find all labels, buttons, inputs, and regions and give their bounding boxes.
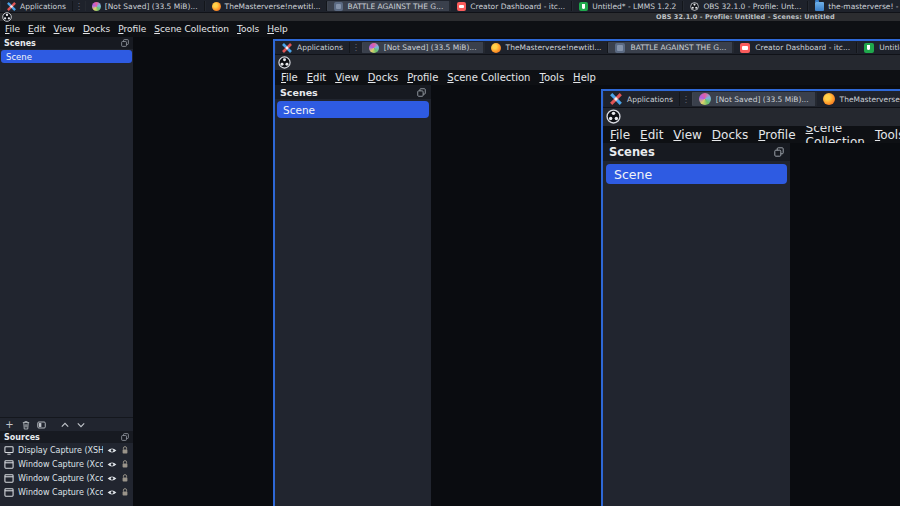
- sources-list[interactable]: Display Capture (XSHM) Window Capture (X…: [0, 443, 133, 506]
- taskbar-item-label: Untitled* - LMMS 1.2.2: [879, 43, 900, 52]
- taskbar-item-battle[interactable]: BATTLE AGAINST THE G...: [327, 1, 450, 11]
- nested2-menu-edit: Edit: [640, 128, 663, 142]
- eye-visible-icon[interactable]: [107, 489, 117, 496]
- dock-popout-icon: [774, 147, 784, 157]
- eye-visible-icon[interactable]: [107, 475, 117, 482]
- preview-nested-capture-2[interactable]: Applications ⋮ [Not Saved] (33.5 MiB)...…: [601, 89, 900, 506]
- scenes-dock-title: Scenes: [4, 39, 36, 48]
- game-window-icon: [334, 2, 343, 11]
- taskbar-item-label: BATTLE AGAINST THE G...: [630, 43, 726, 52]
- taskbar-item-label: BATTLE AGAINST THE G...: [347, 2, 443, 11]
- scenes-dock-header: Scenes: [0, 37, 133, 49]
- nested1-taskbar-item-creator-dashboard: Creator Dashboard - itc...: [733, 42, 857, 53]
- move-scene-down-button[interactable]: [75, 419, 86, 430]
- scenes-dock-title: Scenes: [609, 145, 655, 159]
- remove-scene-button[interactable]: [20, 419, 31, 430]
- lock-icon[interactable]: [121, 459, 129, 469]
- taskbar-item-label: TheMasterverse!newtitl...: [840, 95, 900, 104]
- desktop-taskbar: Applications ⋮ [Not Saved] (33.5 MiB)...…: [0, 0, 900, 13]
- menu-tools[interactable]: Tools: [237, 24, 259, 34]
- window-title: OBS 32.1.0 - Profile: Untitled - Scenes:…: [656, 13, 835, 21]
- scene-item-label: Scene: [614, 167, 652, 182]
- firefox-icon: [491, 43, 501, 53]
- nested1-menu-profile: Profile: [407, 72, 438, 83]
- itch-io-icon: [457, 2, 466, 11]
- nested1-titlebar: [275, 55, 900, 70]
- taskbar-item-file-manager[interactable]: the-masterverse! - Thu...: [808, 1, 900, 11]
- lock-icon[interactable]: [121, 445, 129, 455]
- applications-grid-icon: [7, 2, 16, 11]
- taskbar-item-obs[interactable]: OBS 32.1.0 - Profile: Unt...: [683, 1, 808, 11]
- left-dock-column: Scenes Scene +: [0, 37, 133, 506]
- nested1-scenes-dock-header: Scenes: [275, 85, 431, 99]
- window-capture-icon: [4, 488, 14, 497]
- scenes-dock: Scenes Scene +: [0, 37, 133, 431]
- nested2-taskbar-item-not-saved: [Not Saved] (33.5 MiB)...: [692, 92, 816, 106]
- applications-grid-icon: [610, 93, 622, 105]
- lock-icon[interactable]: [121, 473, 129, 483]
- nested2-scenes-dock-header: Scenes: [603, 143, 790, 161]
- taskbar-item-label: TheMasterverse!newtitl...: [225, 2, 321, 11]
- source-row-window-capture[interactable]: Window Capture (Xcomposite): [0, 471, 133, 485]
- scene-filters-button[interactable]: [36, 419, 47, 430]
- scene-item-selected[interactable]: Scene: [1, 50, 132, 63]
- menu-scene-collection[interactable]: Scene Collection: [154, 24, 229, 34]
- dock-popout-icon[interactable]: [121, 433, 129, 441]
- add-scene-button[interactable]: +: [4, 419, 15, 430]
- taskbar-item-lmms[interactable]: Untitled* - LMMS 1.2.2: [572, 1, 683, 11]
- nested1-menu-scene-collection: Scene Collection: [447, 72, 530, 83]
- menu-view[interactable]: View: [54, 24, 75, 34]
- taskbar-item-label: Applications: [297, 43, 343, 52]
- source-label: Window Capture (Xcomposite): [18, 474, 103, 483]
- taskbar-grip-handle: ⋮: [350, 41, 362, 54]
- nested2-menu-file: File: [610, 128, 630, 142]
- nested1-taskbar: Applications ⋮ [Not Saved] (33.5 MiB)...…: [275, 41, 900, 55]
- taskbar-item-label: [Not Saved] (33.5 MiB)...: [384, 43, 477, 52]
- nested1-menu-file: File: [281, 72, 298, 83]
- menu-help[interactable]: Help: [267, 24, 288, 34]
- nested2-taskbar-item-applications: Applications: [603, 92, 680, 106]
- dock-popout-icon[interactable]: [121, 39, 129, 47]
- scenes-toolbar: +: [0, 417, 133, 431]
- menu-bar: File Edit View Docks Profile Scene Colle…: [0, 21, 900, 37]
- display-capture-icon: [4, 446, 14, 455]
- taskbar-item-applications[interactable]: Applications: [0, 1, 73, 11]
- nested2-menu-docks: Docks: [712, 128, 748, 142]
- taskbar-item-label: TheMasterverse!newtitl...: [506, 43, 602, 52]
- firefox-icon: [212, 2, 221, 11]
- nested2-menu-tools: Tools: [875, 128, 900, 142]
- source-row-window-capture[interactable]: Window Capture (Xcomposite): [0, 485, 133, 499]
- source-row-window-capture[interactable]: Window Capture (Xcomposite): [0, 457, 133, 471]
- lock-icon[interactable]: [121, 487, 129, 497]
- dock-popout-icon: [417, 88, 426, 97]
- eye-visible-icon[interactable]: [107, 447, 117, 454]
- color-wheel-icon: [92, 2, 101, 11]
- window-capture-icon: [4, 460, 14, 469]
- taskbar-grip-handle[interactable]: ⋮: [73, 0, 85, 12]
- color-wheel-icon: [369, 43, 379, 53]
- source-label: Window Capture (Xcomposite): [18, 460, 103, 469]
- nested1-taskbar-item-battle: BATTLE AGAINST THE G...: [608, 42, 733, 53]
- menu-docks[interactable]: Docks: [83, 24, 110, 34]
- scenes-list[interactable]: Scene: [0, 49, 133, 417]
- menu-file[interactable]: File: [5, 24, 20, 34]
- taskbar-item-not-saved[interactable]: [Not Saved] (33.5 MiB)...: [85, 1, 205, 11]
- source-row-display-capture[interactable]: Display Capture (XSHM): [0, 443, 133, 457]
- scene-item-label: Scene: [6, 52, 32, 62]
- taskbar-item-label: Creator Dashboard - itc...: [755, 43, 850, 52]
- nested1-taskbar-item-masterverse: TheMasterverse!newtitl...: [484, 42, 609, 53]
- sources-dock-title: Sources: [4, 433, 40, 442]
- nested2-taskbar: Applications ⋮ [Not Saved] (33.5 MiB)...…: [603, 91, 900, 108]
- scenes-dock-title: Scenes: [280, 87, 318, 98]
- taskbar-item-creator-dashboard[interactable]: Creator Dashboard - itc...: [450, 1, 572, 11]
- nested1-scene-item-selected: Scene: [277, 101, 429, 118]
- move-scene-up-button[interactable]: [59, 419, 70, 430]
- taskbar-item-masterverse[interactable]: TheMasterverse!newtitl...: [205, 1, 328, 11]
- sources-dock-header: Sources: [0, 431, 133, 443]
- eye-visible-icon[interactable]: [107, 461, 117, 468]
- menu-profile[interactable]: Profile: [118, 24, 146, 34]
- menu-edit[interactable]: Edit: [28, 24, 45, 34]
- obs-logo-icon: [606, 109, 621, 124]
- nested2-menu-view: View: [673, 128, 701, 142]
- obs-logo-icon: [2, 12, 12, 22]
